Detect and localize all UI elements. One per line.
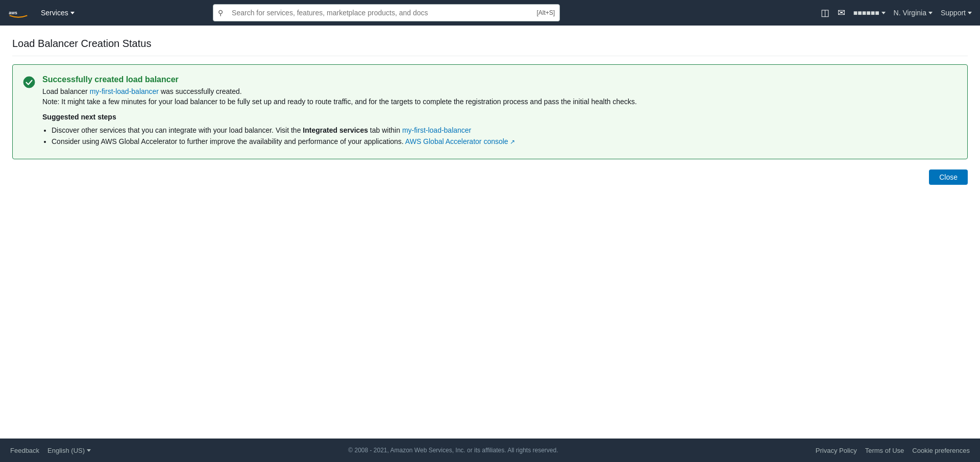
status-description: Load balancer my-first-load-balancer was… <box>42 87 957 95</box>
privacy-policy-link[interactable]: Privacy Policy <box>816 447 857 454</box>
support-chevron-icon <box>968 12 972 14</box>
global-accelerator-link[interactable]: AWS Global Accelerator console <box>405 137 515 145</box>
next-steps-title: Suggested next steps <box>42 113 957 121</box>
search-shortcut: [Alt+S] <box>536 9 555 16</box>
next-step-1: Discover other services that you can int… <box>52 126 957 134</box>
footer-copyright: © 2008 - 2021, Amazon Web Services, Inc.… <box>91 447 816 454</box>
step1-lb-link[interactable]: my-first-load-balancer <box>402 126 471 134</box>
status-content: Successfully created load balancer Load … <box>42 75 957 149</box>
language-button[interactable]: English (US) <box>47 447 91 454</box>
services-chevron-icon <box>70 12 75 14</box>
next-step-2: Consider using AWS Global Accelerator to… <box>52 137 957 145</box>
step1-prefix: Discover other services that you can int… <box>52 126 303 134</box>
account-button[interactable]: ■■■■■■ <box>853 9 886 17</box>
svg-point-1 <box>23 77 35 88</box>
region-button[interactable]: N. Virginia <box>894 9 933 17</box>
bell-icon: ✉ <box>838 7 845 18</box>
success-icon <box>23 76 35 149</box>
support-button[interactable]: Support <box>941 9 972 17</box>
cookie-preferences-link[interactable]: Cookie preferences <box>912 447 970 454</box>
integrated-services-bold: Integrated services <box>303 126 368 134</box>
language-chevron-icon <box>87 449 91 452</box>
support-label: Support <box>941 9 966 17</box>
account-name: ■■■■■■ <box>853 9 879 17</box>
aws-logo-wrap[interactable]: aws <box>8 6 29 20</box>
search-bar: ⚲ [Alt+S] <box>213 4 560 21</box>
footer-left: Feedback English (US) <box>10 447 91 454</box>
main-content: Load Balancer Creation Status Successful… <box>0 26 980 439</box>
language-label: English (US) <box>47 447 85 454</box>
navbar-right: ◫ ✉ ■■■■■■ N. Virginia Support <box>821 7 972 18</box>
close-button[interactable]: Close <box>929 169 968 185</box>
cloud-shell-icon: ◫ <box>821 7 829 18</box>
svg-text:aws: aws <box>9 10 17 15</box>
status-title: Successfully created load balancer <box>42 75 957 84</box>
footer-right: Privacy Policy Terms of Use Cookie prefe… <box>816 447 970 454</box>
services-button[interactable]: Services <box>37 7 79 19</box>
status-desc-prefix: Load balancer <box>42 87 90 95</box>
aws-logo-icon: aws <box>8 6 29 20</box>
services-label: Services <box>41 9 68 17</box>
next-steps-list: Discover other services that you can int… <box>42 126 957 145</box>
terms-of-use-link[interactable]: Terms of Use <box>865 447 904 454</box>
page-title: Load Balancer Creation Status <box>12 38 968 56</box>
footer: Feedback English (US) © 2008 - 2021, Ama… <box>0 439 980 462</box>
feedback-link[interactable]: Feedback <box>10 447 39 454</box>
status-box: Successfully created load balancer Load … <box>12 64 968 159</box>
btn-row: Close <box>12 169 968 185</box>
status-note: Note: It might take a few minutes for yo… <box>42 98 957 106</box>
search-input[interactable] <box>213 4 560 21</box>
navbar: aws Services ⚲ [Alt+S] ◫ ✉ ■■■■■■ N. Vir… <box>0 0 980 26</box>
notifications-button[interactable]: ✉ <box>838 7 845 18</box>
status-desc-suffix: was successfully created. <box>159 87 242 95</box>
step2-prefix: Consider using AWS Global Accelerator to… <box>52 137 405 145</box>
account-chevron-icon <box>881 12 886 14</box>
region-label: N. Virginia <box>894 9 926 17</box>
step1-mid: tab within <box>368 126 402 134</box>
region-chevron-icon <box>928 12 933 14</box>
cloud-shell-button[interactable]: ◫ <box>821 7 829 18</box>
lb-name-link[interactable]: my-first-load-balancer <box>90 87 159 95</box>
search-icon: ⚲ <box>218 9 223 17</box>
